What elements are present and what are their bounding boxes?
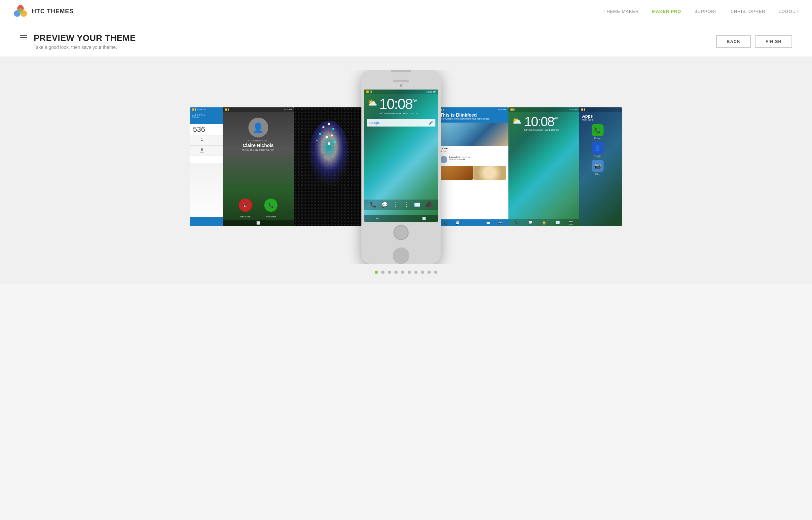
dot-4[interactable] bbox=[394, 270, 398, 274]
nav-recents[interactable]: ⬜ bbox=[422, 217, 426, 220]
nav-home[interactable]: ⌂ bbox=[400, 217, 401, 220]
app-people[interactable]: 👤 People bbox=[582, 142, 613, 157]
dialer-key-1[interactable]: 1 bbox=[190, 135, 214, 146]
header: HTC THEMES THEME MAKER MAKER PRO SUPPORT… bbox=[0, 0, 812, 23]
last-call-time: 9:41 AM bbox=[192, 116, 223, 118]
main-nav: THEME MAKER MAKER PRO SUPPORT CHRISTOPHE… bbox=[604, 9, 799, 14]
screen-incoming-call[interactable]: 📶🔋10:08 AM 👤 INCOMING CALL Claire Nichol… bbox=[222, 107, 294, 226]
header-buttons: BACK FINISH bbox=[716, 35, 792, 48]
page-header-left: PREVIEW YOUR THEME Take a good look, the… bbox=[20, 33, 136, 50]
weather-status-bar: 📶🔋10:08 AM bbox=[508, 107, 579, 112]
dock-phone[interactable]: 📞 bbox=[370, 202, 376, 208]
dot-3[interactable] bbox=[388, 270, 391, 274]
dock-camera[interactable]: ⬛ bbox=[425, 202, 432, 208]
htc-logo-icon bbox=[13, 4, 28, 19]
svg-point-15 bbox=[321, 146, 323, 148]
page-title: PREVIEW YOUR THEME bbox=[34, 33, 136, 43]
dot-2[interactable] bbox=[381, 270, 385, 274]
svg-point-16 bbox=[328, 142, 330, 145]
nav-christopher[interactable]: CHRISTOPHER bbox=[731, 9, 765, 14]
back-button[interactable]: BACK bbox=[716, 35, 751, 48]
dock-messages[interactable]: 💬 bbox=[382, 202, 388, 208]
finish-button[interactable]: FINISH bbox=[755, 35, 792, 48]
decline-button[interactable]: 📵 bbox=[239, 199, 252, 212]
apps-grid: 📞 Phone 📅 Ca... 👤 People 💬 bbox=[579, 123, 622, 176]
page-subtitle: Take a good look, then save your theme. bbox=[34, 45, 136, 50]
bottom-dock: 📞 💬 ⋮⋮⋮ ✉️ ⬛ bbox=[364, 200, 438, 210]
blinkfeed-title: This is Blinkfeed bbox=[440, 112, 506, 118]
center-weather-icon: ⛅ bbox=[367, 98, 377, 107]
svg-point-25 bbox=[310, 166, 311, 167]
dialer-key-9[interactable]: 9WXYZ bbox=[214, 146, 223, 156]
screen-dialer[interactable]: 📶🔋 10:08 AM ⋮ LAST CALL 9:41 AM ⇐ 536 ⇐ bbox=[190, 107, 223, 226]
svg-point-8 bbox=[319, 133, 321, 135]
dot-5[interactable] bbox=[401, 270, 404, 274]
dot-8[interactable] bbox=[421, 270, 424, 274]
caller-info: M: 669-555-0123 Bellevue, WA bbox=[222, 149, 294, 151]
svg-point-12 bbox=[316, 140, 318, 141]
page-header: PREVIEW YOUR THEME Take a good look, the… bbox=[0, 23, 812, 56]
dot-1[interactable] bbox=[375, 270, 378, 274]
nav-theme-maker[interactable]: THEME MAKER bbox=[604, 9, 638, 14]
apps-title: Apps bbox=[582, 114, 622, 119]
svg-point-7 bbox=[309, 121, 349, 187]
svg-point-10 bbox=[328, 123, 330, 125]
screen-weather[interactable]: 📶🔋10:08 AM ⛅ 10:08AM 54° San Francisco ·… bbox=[508, 107, 579, 226]
call-button-labels: DECLINE ANSWER bbox=[222, 215, 294, 218]
svg-point-20 bbox=[329, 151, 331, 153]
apps-status-bar: 📶🔋10:08 AM bbox=[579, 107, 622, 112]
call-nav-bar: ⬜ bbox=[222, 220, 294, 226]
mic-icon[interactable]: 🎤 bbox=[429, 121, 433, 125]
dialer-key-2[interactable]: 2ABC bbox=[214, 135, 223, 146]
svg-point-27 bbox=[329, 166, 330, 167]
nav-maker-pro[interactable]: MAKER PRO bbox=[652, 9, 681, 14]
weather-screen: 📶🔋10:08 AM ⛅ 10:08AM 54° San Francisco ·… bbox=[508, 107, 579, 226]
nav-logout[interactable]: LOGOUT bbox=[779, 9, 799, 14]
dot-9[interactable] bbox=[427, 270, 431, 274]
blinkfeed-images bbox=[437, 165, 508, 180]
screen-blinkfeed[interactable]: 📶🔋10:08 AM This is Blinkfeed Your window… bbox=[437, 107, 508, 226]
svg-point-24 bbox=[331, 158, 332, 159]
dot-10[interactable] bbox=[434, 270, 437, 274]
logo-text: HTC THEMES bbox=[32, 8, 74, 15]
svg-point-13 bbox=[326, 136, 328, 138]
app-camera[interactable]: 📷 Ca... bbox=[582, 160, 613, 175]
home-button[interactable] bbox=[393, 225, 409, 240]
app-messages[interactable]: 💬 Messages bbox=[616, 142, 622, 157]
logo-area: HTC THEMES bbox=[13, 4, 74, 19]
svg-point-26 bbox=[319, 168, 321, 169]
dialer-key-6[interactable]: 6MNO bbox=[190, 146, 214, 156]
carousel-dots bbox=[375, 270, 437, 274]
blinkfeed-header: 📶🔋10:08 AM This is Blinkfeed Your window… bbox=[437, 107, 508, 123]
svg-point-14 bbox=[331, 134, 333, 136]
apps-subtitle: Most used bbox=[582, 119, 622, 121]
svg-point-28 bbox=[340, 170, 341, 171]
carousel-container: 📶🔋 10:08 AM ⋮ LAST CALL 9:41 AM ⇐ 536 ⇐ bbox=[0, 70, 812, 264]
screen-dots[interactable] bbox=[294, 107, 365, 226]
app-calendar[interactable]: 📅 Ca... bbox=[616, 124, 622, 139]
svg-point-23 bbox=[326, 161, 328, 163]
google-search-bar[interactable]: Google 🎤 bbox=[367, 119, 436, 127]
dock-email[interactable]: ✉️ bbox=[414, 202, 421, 208]
dot-7[interactable] bbox=[414, 270, 418, 274]
svg-point-9 bbox=[322, 126, 324, 128]
app-phone[interactable]: 📞 Phone bbox=[582, 124, 613, 139]
app-gallery[interactable]: 🖼 Gallery bbox=[616, 160, 622, 175]
caller-name: Claire Nichols bbox=[222, 143, 294, 148]
svg-point-21 bbox=[336, 156, 338, 158]
dots-pattern bbox=[294, 107, 365, 226]
dock-apps[interactable]: ⋮⋮⋮ bbox=[393, 202, 409, 208]
screen-apps[interactable]: 📶🔋10:08 AM Apps Most used 📞 Phone 📅 bbox=[579, 107, 622, 226]
apps-screen-inner: 📶🔋10:08 AM Apps Most used 📞 Phone 📅 bbox=[579, 107, 622, 226]
google-text: Google bbox=[369, 121, 379, 125]
dot-6[interactable] bbox=[408, 270, 411, 274]
nav-support[interactable]: SUPPORT bbox=[695, 9, 717, 14]
svg-point-17 bbox=[334, 141, 336, 143]
nav-back[interactable]: ↩ bbox=[376, 217, 379, 220]
all-screens: 📶🔋 10:08 AM ⋮ LAST CALL 9:41 AM ⇐ 536 ⇐ bbox=[0, 70, 812, 264]
call-status-bar: 📶🔋10:08 AM bbox=[222, 107, 294, 112]
answer-button[interactable]: 📞 bbox=[264, 199, 278, 212]
hamburger-menu[interactable] bbox=[20, 33, 27, 40]
center-screen: 📶 🔋 10:08 AM ⛅ 10:08AM 54° San Francisco… bbox=[364, 89, 438, 222]
center-time: 10:08AM bbox=[379, 97, 419, 111]
